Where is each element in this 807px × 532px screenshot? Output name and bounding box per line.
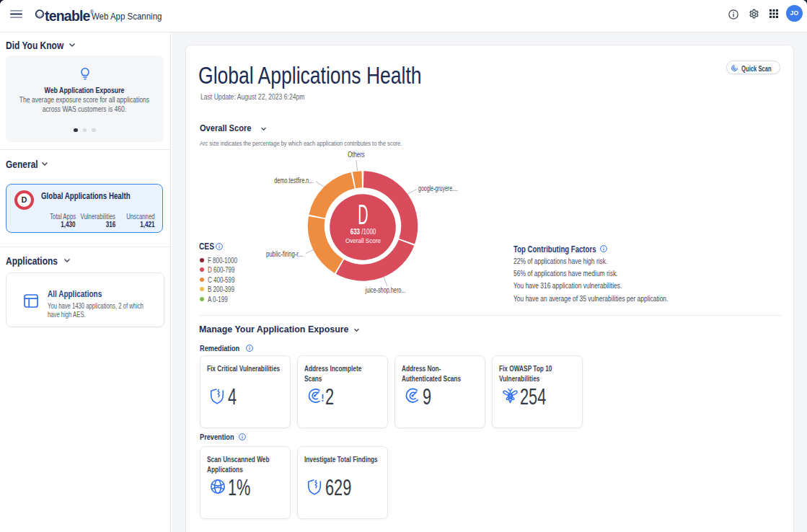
svg-text:demo.testfire.n...: demo.testfire.n... <box>274 176 313 184</box>
svg-text:google-gruyere....: google-gruyere.... <box>418 184 458 192</box>
svg-text:633 /1000: 633 /1000 <box>350 227 376 235</box>
svg-text:juice-shop.hero...: juice-shop.hero... <box>365 285 406 293</box>
svg-text:Others: Others <box>348 150 365 158</box>
svg-text:D: D <box>358 199 368 229</box>
svg-text:public-firing-r...: public-firing-r... <box>266 249 303 257</box>
svg-text:Overall Score: Overall Score <box>345 236 381 244</box>
